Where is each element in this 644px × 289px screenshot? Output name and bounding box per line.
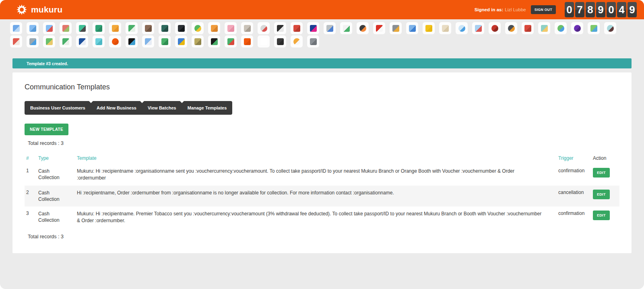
app-icon-africa-chat[interactable]	[27, 35, 39, 47]
app-icon-shopping-bag[interactable]	[208, 22, 220, 34]
app-icon-bank-edit[interactable]	[324, 22, 336, 34]
app-icon-clipboard-tasks[interactable]	[60, 35, 72, 47]
app-icon-piggy-bank[interactable]	[225, 22, 237, 34]
app-icon-mukuru-coin[interactable]	[109, 35, 121, 47]
app-icon-customers-group[interactable]	[60, 22, 72, 34]
app-icon-glyph	[392, 25, 399, 32]
app-icon-money-bag[interactable]	[93, 22, 105, 34]
counter-digit: 7	[575, 2, 584, 17]
tab-add-new-business[interactable]: Add New Business	[91, 101, 142, 115]
content-panel: Communication Templates Business User Cu…	[12, 72, 632, 253]
app-icon-row-2	[10, 35, 644, 47]
app-icon-id-photos[interactable]	[10, 35, 22, 47]
row-number: 1	[26, 168, 38, 173]
app-icon-gift-box[interactable]	[604, 22, 616, 34]
row-action-cell: EDIT	[593, 168, 618, 178]
app-icon-glyph	[491, 25, 498, 32]
app-icon-checklist[interactable]	[340, 22, 352, 34]
app-icon-mukuru-bag-blocked[interactable]	[43, 22, 55, 34]
app-icon-standard-bank-logo[interactable]	[76, 35, 88, 47]
app-icon-envelope-red[interactable]	[291, 22, 303, 34]
app-icon-process-hands[interactable]	[538, 22, 550, 34]
app-icon-glyph	[475, 25, 482, 32]
app-icon-africa-dark[interactable]	[208, 35, 220, 47]
app-icon-glyph	[508, 25, 515, 32]
app-icon-clipboard[interactable]	[126, 22, 138, 34]
app-icon-donation-hand[interactable]	[571, 22, 583, 34]
tab-view-batches[interactable]: View Batches	[142, 101, 182, 115]
app-icon-voucher-ticket[interactable]	[109, 22, 121, 34]
app-icon-glyph	[112, 25, 119, 32]
app-icon-bank-building[interactable]	[241, 22, 253, 34]
new-template-button[interactable]: NEW TEMPLATE	[25, 124, 68, 135]
app-icon-blank[interactable]	[258, 35, 270, 47]
brand[interactable]: mukuru	[16, 4, 62, 15]
app-icon-payment-card-beige[interactable]	[439, 22, 451, 34]
app-icon-glyph	[260, 25, 267, 32]
app-icon-currency-exchange[interactable]	[175, 35, 187, 47]
row-trigger: confirmation	[558, 168, 593, 173]
app-icon-wallet-brown[interactable]	[142, 22, 154, 34]
edit-button[interactable]: EDIT	[593, 168, 610, 178]
app-icon-telecash-logo[interactable]	[373, 22, 385, 34]
signed-in-text: Signed in as:Lizl Lubbe	[475, 7, 526, 12]
app-icon-bag-alert[interactable]	[472, 22, 484, 34]
header-right: Signed in as:Lizl Lubbe SIGN OUT 0789049	[475, 2, 637, 17]
app-icon-glyph	[244, 38, 251, 45]
app-icon-gauge-dial[interactable]	[505, 22, 517, 34]
app-icon-mukuru-phone[interactable]	[10, 22, 22, 34]
app-icon-search-analytics[interactable]	[456, 22, 468, 34]
counter-digit: 4	[617, 2, 626, 17]
mukuru-sunburst-icon	[16, 4, 27, 15]
app-icon-mukuru-bag[interactable]	[27, 22, 39, 34]
app-icon-launcher	[0, 19, 644, 47]
app-icon-toggle-switch[interactable]	[258, 22, 270, 34]
app-icon-search-report[interactable]	[357, 22, 369, 34]
app-icon-person-settings[interactable]	[142, 35, 154, 47]
app-icon-credit-card[interactable]	[274, 22, 286, 34]
counter-digit: 9	[596, 2, 605, 17]
app-icon-cash-coins[interactable]	[192, 35, 204, 47]
app-icon-glyph	[145, 38, 152, 45]
table-row: 1 Cash Collection Mukuru: Hi :recipientn…	[25, 164, 619, 186]
app-icon-ewallet-yellow[interactable]	[423, 22, 435, 34]
tab-business-user-customers[interactable]: Business User Customers	[25, 101, 91, 115]
app-icon-cash-globe[interactable]	[159, 35, 171, 47]
app-icon-card-holder[interactable]	[307, 35, 319, 47]
app-icon-glyph	[161, 38, 168, 45]
app-icon-hand-cash[interactable]	[43, 35, 55, 47]
app-icon-fountain[interactable]	[93, 35, 105, 47]
app-icon-fraud-badge[interactable]	[489, 22, 501, 34]
column-header-number[interactable]: #	[26, 155, 38, 161]
app-icon-mukuru-monitor[interactable]	[76, 22, 88, 34]
column-header-action: Action	[593, 155, 618, 161]
tab-manage-templates[interactable]: Manage Templates	[182, 101, 233, 115]
app-icon-globe-pin[interactable]	[555, 22, 567, 34]
app-icon-ledger-board[interactable]	[159, 22, 171, 34]
column-header-type[interactable]: Type	[38, 155, 77, 161]
column-header-template[interactable]: Template	[77, 155, 558, 161]
app-icon-dark-pattern[interactable]	[126, 35, 138, 47]
app-icon-glyph	[194, 25, 201, 32]
app-icon-bci-logo[interactable]	[241, 35, 253, 47]
app-icon-doc-badge[interactable]	[291, 35, 303, 47]
app-icon-ribbon-banner[interactable]	[522, 22, 534, 34]
sign-out-button[interactable]: SIGN OUT	[531, 5, 556, 14]
app-icon-monitor-graph[interactable]	[588, 22, 600, 34]
app-icon-phone-share[interactable]	[406, 22, 418, 34]
column-header-trigger[interactable]: Trigger	[558, 155, 593, 161]
app-icon-glyph	[62, 38, 69, 45]
app-icon-business-suit[interactable]	[175, 22, 187, 34]
table-row: 3 Cash Collection Mukuru: Hi :recipientn…	[25, 206, 619, 228]
app-icon-customers-lock[interactable]	[390, 22, 402, 34]
app-icon-clipboard-edit[interactable]	[225, 35, 237, 47]
app-icon-glyph	[112, 38, 119, 45]
app-icon-bitpesa-logo[interactable]	[274, 35, 286, 47]
app-icon-glyph	[343, 25, 350, 32]
edit-button[interactable]: EDIT	[593, 211, 610, 220]
app-icon-ecocash-logo[interactable]	[307, 22, 319, 34]
app-icon-refresh-arrows[interactable]	[192, 22, 204, 34]
edit-button[interactable]: EDIT	[593, 190, 610, 199]
mukuru-admin-window: mukuru Signed in as:Lizl Lubbe SIGN OUT …	[0, 0, 644, 289]
app-icon-glyph	[607, 25, 614, 32]
